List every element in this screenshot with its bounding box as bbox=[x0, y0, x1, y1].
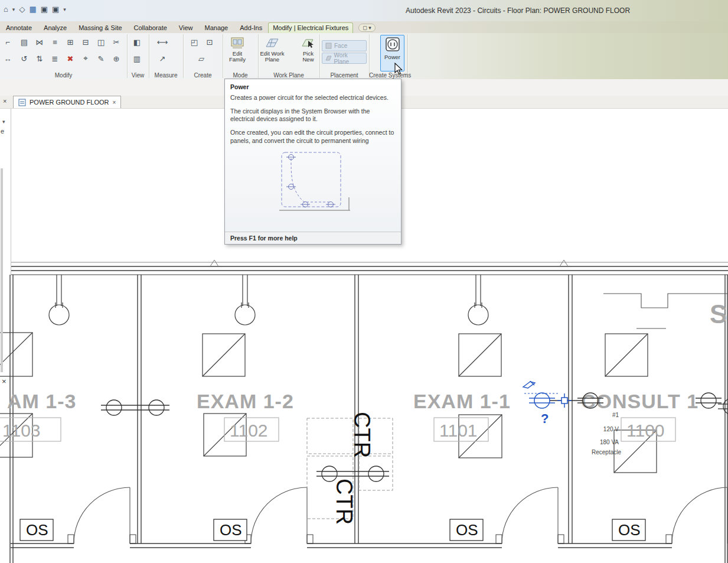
hide-elements-icon[interactable]: ◧ bbox=[130, 35, 143, 48]
selection-question-mark: ? bbox=[541, 411, 549, 426]
power-outlet-icon bbox=[384, 35, 401, 53]
quick-access-toolbar: ⌂ ▾ ◇ ▦ ▣ ▣ ▾ bbox=[4, 5, 66, 14]
offset-tool-icon[interactable]: ⊟ bbox=[79, 35, 92, 48]
undo-icon[interactable]: ◇ bbox=[19, 5, 25, 14]
room-number: 1103 bbox=[2, 421, 41, 440]
tab-add-ins[interactable]: Add-Ins bbox=[234, 23, 268, 33]
room-number-tags[interactable]: 1103 1102 1101 1100 bbox=[0, 418, 675, 441]
palette-scrollbar[interactable] bbox=[1, 168, 3, 372]
receptacle-symbol[interactable] bbox=[718, 399, 728, 414]
home-icon[interactable]: ⌂ bbox=[4, 5, 8, 14]
copy-tool-icon[interactable]: ⊞ bbox=[64, 35, 77, 48]
edit-work-plane-button[interactable]: Edit Work Plane bbox=[256, 35, 288, 71]
equipment-squares[interactable] bbox=[0, 333, 657, 473]
tab-manage[interactable]: Manage bbox=[198, 23, 234, 33]
fixture-symbol bbox=[49, 275, 69, 325]
ribbon-tab-bar: Annotate Analyze Massing & Site Collabor… bbox=[0, 21, 728, 33]
face-button: Face bbox=[322, 40, 367, 51]
panel-label-work-plane[interactable]: Work Plane bbox=[258, 72, 319, 79]
paste-tool-icon[interactable]: ▤ bbox=[18, 35, 31, 48]
tab-collaborate[interactable]: Collaborate bbox=[128, 23, 173, 33]
receptacle-symbol[interactable] bbox=[101, 400, 169, 415]
measure-tool-icon[interactable]: ⟷ bbox=[156, 35, 169, 48]
tooltip-preview-image bbox=[275, 150, 351, 223]
palette-dropdown-caret[interactable]: ▾ bbox=[2, 119, 5, 125]
panel-label-mode[interactable]: Mode bbox=[223, 72, 258, 79]
edit-tool-icon[interactable]: ✎ bbox=[94, 52, 107, 65]
mirror-tool-icon[interactable]: ◫ bbox=[94, 35, 107, 48]
tab-view[interactable]: View bbox=[173, 23, 199, 33]
panel-label-modify[interactable]: Modify bbox=[0, 72, 127, 79]
panel-separator bbox=[127, 34, 128, 78]
panel-separator bbox=[149, 34, 150, 78]
rotate-tool-icon[interactable]: ↺ bbox=[18, 52, 31, 65]
array-tool-icon[interactable]: ⇅ bbox=[33, 52, 46, 65]
tab-modify-electrical-fixtures[interactable]: Modify | Electrical Fixtures bbox=[268, 22, 353, 33]
ribbon-toggle-icon: ◻ bbox=[363, 25, 367, 31]
selected-receptacle[interactable]: ? bbox=[523, 381, 572, 426]
move-tool-icon[interactable]: ↔ bbox=[1, 52, 14, 65]
tab-massing-site[interactable]: Massing & Site bbox=[73, 23, 128, 33]
pin-tool-icon[interactable]: ⌖ bbox=[79, 52, 92, 65]
create-assembly-icon[interactable]: ▱ bbox=[195, 52, 208, 65]
panel-label-measure[interactable]: Measure bbox=[149, 72, 183, 79]
title-bar: ⌂ ▾ ◇ ▦ ▣ ▣ ▾ Autodesk Revit 2023 - Circ… bbox=[0, 0, 728, 21]
document-icon[interactable]: ▣ bbox=[41, 5, 48, 14]
os-label: OS bbox=[618, 521, 641, 539]
room-number: 1102 bbox=[230, 421, 268, 440]
bottom-wall bbox=[11, 535, 672, 548]
ribbon: ⌐ ▤ ⋈ ≡ ⊞ ⊟ ◫ ✂ ↔ ↺ ⇅ ≣ ✖ ⌖ ✎ ⊕ ◧ ▥ ⟷ ↗ … bbox=[0, 33, 728, 80]
palette-close-icon[interactable]: × bbox=[2, 377, 6, 386]
join-tool-icon[interactable]: ⋈ bbox=[33, 35, 46, 48]
selection-annotation: #1 120 V 180 VA Receptacle bbox=[592, 412, 621, 455]
ctr-label: CTR bbox=[332, 479, 357, 525]
room-number: 1101 bbox=[439, 421, 478, 440]
document-tab-close-icon[interactable]: × bbox=[112, 99, 116, 106]
circuit-index: #1 bbox=[612, 412, 619, 418]
ceiling-fixtures[interactable] bbox=[49, 275, 488, 325]
home-caret-icon[interactable]: ▾ bbox=[12, 6, 15, 12]
window-title: Autodesk Revit 2023 - Circuits - Floor P… bbox=[406, 6, 630, 15]
cope-tool-icon[interactable]: ⌐ bbox=[1, 35, 14, 48]
create-group-icon[interactable]: ◰ bbox=[188, 35, 201, 48]
delete-tool-icon[interactable]: ✖ bbox=[64, 52, 77, 65]
panel-label-view[interactable]: View bbox=[127, 72, 149, 79]
os-label: OS bbox=[220, 521, 242, 539]
room-name: EXAM 1-1 bbox=[413, 390, 511, 412]
receptacle-symbol[interactable] bbox=[696, 393, 722, 408]
rotate-handle-icon[interactable] bbox=[523, 381, 535, 388]
override-graphics-icon[interactable]: ▥ bbox=[130, 52, 143, 65]
add-tool-icon[interactable]: ⊕ bbox=[110, 52, 123, 65]
ribbon-toggle-caret-icon: ▾ bbox=[368, 25, 371, 31]
tab-annotate[interactable]: Annotate bbox=[0, 23, 38, 33]
ribbon-display-toggle[interactable]: ◻ ▾ bbox=[358, 24, 376, 32]
split-tool-icon[interactable]: ✂ bbox=[110, 35, 123, 48]
panel-label-placement[interactable]: Placement bbox=[319, 72, 369, 79]
edit-work-plane-label: Edit Work Plane bbox=[257, 51, 288, 63]
partial-room-letter: S bbox=[710, 300, 727, 328]
schedule-icon[interactable]: ▦ bbox=[29, 5, 36, 14]
align-tool-icon[interactable]: ≡ bbox=[48, 35, 61, 48]
panel-label-create[interactable]: Create bbox=[183, 72, 223, 79]
create-similar-icon[interactable]: ⊡ bbox=[203, 35, 216, 48]
document-tab-power-ground-floor[interactable]: POWER GROUND FLOOR × bbox=[13, 96, 121, 108]
tab-analyze[interactable]: Analyze bbox=[38, 23, 73, 33]
pick-new-icon bbox=[301, 35, 315, 50]
panel-separator bbox=[319, 34, 321, 78]
mouse-cursor bbox=[394, 63, 403, 76]
power-label: Power bbox=[384, 54, 400, 60]
palette-letter-fragment: e bbox=[1, 128, 4, 135]
dimension-tool-icon[interactable]: ↗ bbox=[156, 52, 169, 65]
pick-new-button[interactable]: Pick New bbox=[297, 35, 319, 71]
qat-caret-icon[interactable]: ▾ bbox=[63, 6, 66, 12]
trim-tool-icon[interactable]: ≣ bbox=[48, 52, 61, 65]
work-plane-button: Work Plane bbox=[322, 53, 367, 64]
circuit-voltage: 120 V bbox=[603, 426, 619, 432]
document-copy-icon[interactable]: ▣ bbox=[52, 5, 59, 14]
panel-separator bbox=[369, 34, 370, 78]
room-name: EXAM 1-2 bbox=[197, 390, 294, 412]
tab-bar-close-icon[interactable]: × bbox=[3, 97, 6, 105]
edit-family-button[interactable]: Edit Family bbox=[225, 35, 250, 71]
panel-separator bbox=[223, 34, 224, 78]
move-handle-icon[interactable] bbox=[557, 393, 572, 408]
